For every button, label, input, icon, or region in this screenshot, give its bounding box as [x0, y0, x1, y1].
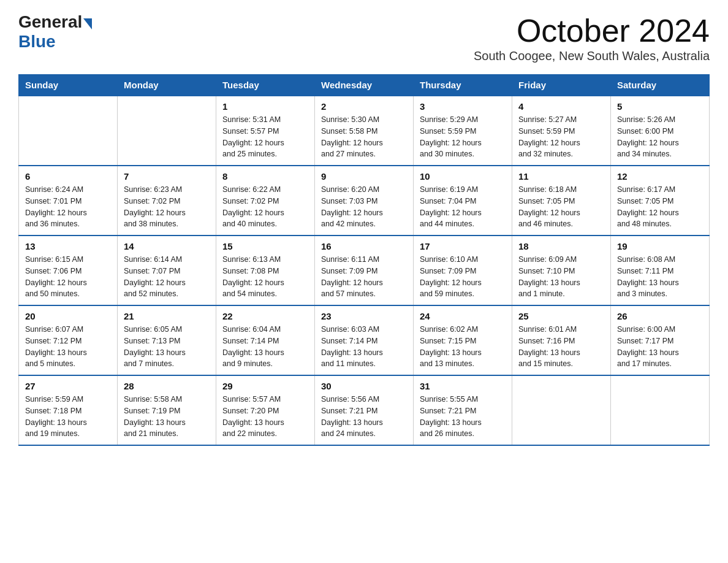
day-info: Sunrise: 6:17 AM Sunset: 7:05 PM Dayligh… — [617, 185, 679, 228]
day-info: Sunrise: 6:05 AM Sunset: 7:13 PM Dayligh… — [124, 325, 186, 368]
day-number: 22 — [222, 311, 308, 321]
day-cell: 29Sunrise: 5:57 AM Sunset: 7:20 PM Dayli… — [216, 375, 315, 445]
day-info: Sunrise: 6:04 AM Sunset: 7:14 PM Dayligh… — [222, 325, 284, 368]
month-title: October 2024 — [474, 12, 710, 49]
day-cell: 7Sunrise: 6:23 AM Sunset: 7:02 PM Daylig… — [118, 166, 216, 236]
day-number: 10 — [420, 171, 506, 182]
day-number: 26 — [617, 311, 703, 321]
header-row: SundayMondayTuesdayWednesdayThursdayFrid… — [19, 75, 710, 96]
day-cell: 31Sunrise: 5:55 AM Sunset: 7:21 PM Dayli… — [414, 375, 512, 445]
day-info: Sunrise: 6:20 AM Sunset: 7:03 PM Dayligh… — [321, 185, 383, 228]
day-number: 7 — [124, 171, 210, 182]
day-cell: 17Sunrise: 6:10 AM Sunset: 7:09 PM Dayli… — [414, 236, 512, 305]
day-info: Sunrise: 6:07 AM Sunset: 7:12 PM Dayligh… — [25, 325, 87, 368]
day-cell — [118, 96, 216, 166]
day-number: 12 — [617, 171, 703, 182]
day-cell: 18Sunrise: 6:09 AM Sunset: 7:10 PM Dayli… — [512, 236, 611, 305]
day-cell: 5Sunrise: 5:26 AM Sunset: 6:00 PM Daylig… — [611, 96, 710, 166]
day-cell: 20Sunrise: 6:07 AM Sunset: 7:12 PM Dayli… — [19, 305, 118, 375]
day-info: Sunrise: 6:09 AM Sunset: 7:10 PM Dayligh… — [518, 255, 580, 298]
day-cell — [611, 375, 710, 445]
day-cell: 23Sunrise: 6:03 AM Sunset: 7:14 PM Dayli… — [315, 305, 414, 375]
day-info: Sunrise: 6:15 AM Sunset: 7:06 PM Dayligh… — [25, 255, 87, 298]
header-tuesday: Tuesday — [216, 75, 315, 96]
day-cell: 14Sunrise: 6:14 AM Sunset: 7:07 PM Dayli… — [118, 236, 216, 305]
day-cell: 4Sunrise: 5:27 AM Sunset: 5:59 PM Daylig… — [512, 96, 611, 166]
day-number: 2 — [321, 101, 407, 112]
logo-blue-text: Blue — [18, 32, 56, 52]
day-info: Sunrise: 5:56 AM Sunset: 7:21 PM Dayligh… — [321, 395, 383, 438]
day-info: Sunrise: 5:29 AM Sunset: 5:59 PM Dayligh… — [420, 115, 482, 158]
day-cell: 28Sunrise: 5:58 AM Sunset: 7:19 PM Dayli… — [118, 375, 216, 445]
day-cell: 8Sunrise: 6:22 AM Sunset: 7:02 PM Daylig… — [216, 166, 315, 236]
day-number: 20 — [25, 311, 111, 321]
day-number: 13 — [25, 241, 111, 251]
day-number: 5 — [617, 101, 703, 112]
day-number: 8 — [222, 171, 308, 182]
day-cell: 21Sunrise: 6:05 AM Sunset: 7:13 PM Dayli… — [118, 305, 216, 375]
calendar-table: SundayMondayTuesdayWednesdayThursdayFrid… — [18, 74, 710, 446]
week-row-4: 20Sunrise: 6:07 AM Sunset: 7:12 PM Dayli… — [19, 305, 710, 375]
day-info: Sunrise: 6:24 AM Sunset: 7:01 PM Dayligh… — [25, 185, 87, 228]
logo-general-text: General — [18, 12, 82, 32]
day-cell: 13Sunrise: 6:15 AM Sunset: 7:06 PM Dayli… — [19, 236, 118, 305]
day-info: Sunrise: 6:02 AM Sunset: 7:15 PM Dayligh… — [420, 325, 482, 368]
day-info: Sunrise: 5:31 AM Sunset: 5:57 PM Dayligh… — [222, 115, 284, 158]
day-cell: 10Sunrise: 6:19 AM Sunset: 7:04 PM Dayli… — [414, 166, 512, 236]
day-info: Sunrise: 6:08 AM Sunset: 7:11 PM Dayligh… — [617, 255, 679, 298]
day-info: Sunrise: 5:30 AM Sunset: 5:58 PM Dayligh… — [321, 115, 383, 158]
header-saturday: Saturday — [611, 75, 710, 96]
day-cell: 15Sunrise: 6:13 AM Sunset: 7:08 PM Dayli… — [216, 236, 315, 305]
day-cell: 3Sunrise: 5:29 AM Sunset: 5:59 PM Daylig… — [414, 96, 512, 166]
week-row-3: 13Sunrise: 6:15 AM Sunset: 7:06 PM Dayli… — [19, 236, 710, 305]
week-row-5: 27Sunrise: 5:59 AM Sunset: 7:18 PM Dayli… — [19, 375, 710, 445]
day-info: Sunrise: 6:01 AM Sunset: 7:16 PM Dayligh… — [518, 325, 580, 368]
day-number: 24 — [420, 311, 506, 321]
day-number: 3 — [420, 101, 506, 112]
title-section: October 2024 South Coogee, New South Wal… — [474, 12, 710, 69]
day-info: Sunrise: 6:22 AM Sunset: 7:02 PM Dayligh… — [222, 185, 284, 228]
header-friday: Friday — [512, 75, 611, 96]
day-cell: 22Sunrise: 6:04 AM Sunset: 7:14 PM Dayli… — [216, 305, 315, 375]
day-info: Sunrise: 6:10 AM Sunset: 7:09 PM Dayligh… — [420, 255, 482, 298]
day-cell: 2Sunrise: 5:30 AM Sunset: 5:58 PM Daylig… — [315, 96, 414, 166]
week-row-1: 1Sunrise: 5:31 AM Sunset: 5:57 PM Daylig… — [19, 96, 710, 166]
day-number: 17 — [420, 241, 506, 251]
day-number: 1 — [222, 101, 308, 112]
header-thursday: Thursday — [414, 75, 512, 96]
day-number: 6 — [25, 171, 111, 182]
day-info: Sunrise: 6:19 AM Sunset: 7:04 PM Dayligh… — [420, 185, 482, 228]
day-cell: 16Sunrise: 6:11 AM Sunset: 7:09 PM Dayli… — [315, 236, 414, 305]
day-cell: 30Sunrise: 5:56 AM Sunset: 7:21 PM Dayli… — [315, 375, 414, 445]
day-number: 27 — [25, 381, 111, 391]
calendar-header: SundayMondayTuesdayWednesdayThursdayFrid… — [19, 75, 710, 96]
day-number: 18 — [518, 241, 604, 251]
header-sunday: Sunday — [19, 75, 118, 96]
day-number: 16 — [321, 241, 407, 251]
day-info: Sunrise: 5:59 AM Sunset: 7:18 PM Dayligh… — [25, 395, 87, 438]
day-cell: 27Sunrise: 5:59 AM Sunset: 7:18 PM Dayli… — [19, 375, 118, 445]
day-info: Sunrise: 5:26 AM Sunset: 6:00 PM Dayligh… — [617, 115, 679, 158]
day-cell — [19, 96, 118, 166]
day-cell: 12Sunrise: 6:17 AM Sunset: 7:05 PM Dayli… — [611, 166, 710, 236]
day-number: 9 — [321, 171, 407, 182]
day-number: 23 — [321, 311, 407, 321]
day-number: 4 — [518, 101, 604, 112]
day-cell: 11Sunrise: 6:18 AM Sunset: 7:05 PM Dayli… — [512, 166, 611, 236]
day-number: 15 — [222, 241, 308, 251]
day-cell: 9Sunrise: 6:20 AM Sunset: 7:03 PM Daylig… — [315, 166, 414, 236]
day-cell: 26Sunrise: 6:00 AM Sunset: 7:17 PM Dayli… — [611, 305, 710, 375]
day-info: Sunrise: 6:23 AM Sunset: 7:02 PM Dayligh… — [124, 185, 186, 228]
day-cell: 6Sunrise: 6:24 AM Sunset: 7:01 PM Daylig… — [19, 166, 118, 236]
day-info: Sunrise: 6:03 AM Sunset: 7:14 PM Dayligh… — [321, 325, 383, 368]
day-info: Sunrise: 5:58 AM Sunset: 7:19 PM Dayligh… — [124, 395, 186, 438]
day-info: Sunrise: 6:18 AM Sunset: 7:05 PM Dayligh… — [518, 185, 580, 228]
day-info: Sunrise: 5:55 AM Sunset: 7:21 PM Dayligh… — [420, 395, 482, 438]
day-cell: 1Sunrise: 5:31 AM Sunset: 5:57 PM Daylig… — [216, 96, 315, 166]
day-info: Sunrise: 6:14 AM Sunset: 7:07 PM Dayligh… — [124, 255, 186, 298]
day-number: 14 — [124, 241, 210, 251]
day-number: 21 — [124, 311, 210, 321]
header-wednesday: Wednesday — [315, 75, 414, 96]
day-number: 30 — [321, 381, 407, 391]
day-info: Sunrise: 5:57 AM Sunset: 7:20 PM Dayligh… — [222, 395, 284, 438]
